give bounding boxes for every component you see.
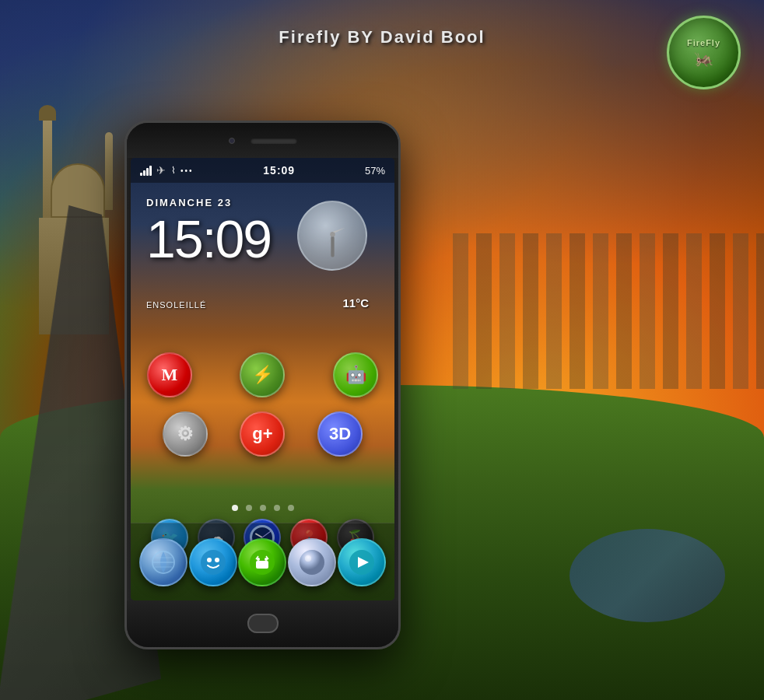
page-dot-5[interactable] xyxy=(288,505,294,511)
speaker-grille xyxy=(251,138,297,144)
svg-point-6 xyxy=(201,550,226,575)
firefly-label: FireFly xyxy=(687,38,720,47)
wings-icon: ✈ xyxy=(156,164,166,177)
status-battery: 57% xyxy=(365,165,385,177)
river xyxy=(569,529,725,622)
city-buildings xyxy=(453,233,764,389)
firefly-circle: FireFly 🦗 xyxy=(667,16,741,89)
page-dot-2[interactable] xyxy=(246,505,252,511)
play-icon xyxy=(347,548,377,577)
svg-rect-0 xyxy=(331,236,334,257)
widget-area: DIMANCHE 23 15:09 ENSOLEILLÉ 11°C xyxy=(142,189,383,345)
dock-android[interactable] xyxy=(238,538,286,586)
dock-bar xyxy=(131,523,394,600)
firefly-bug-icon: 🦗 xyxy=(694,49,713,68)
app-row-1: M ⚡ 🤖 xyxy=(146,352,379,397)
phone-screen: ✈ ⌇ ••• 15:09 57% DIMANCHE 23 15:09 xyxy=(131,158,394,600)
dock-pearl[interactable] xyxy=(288,538,336,586)
app-android-1[interactable]: 🤖 xyxy=(333,352,378,397)
app-gmail[interactable]: M xyxy=(147,352,192,397)
status-left: ✈ ⌇ ••• xyxy=(140,164,194,177)
signal-bar-3 xyxy=(146,168,149,176)
signal-bars xyxy=(140,165,152,176)
page-dot-1[interactable] xyxy=(232,505,238,511)
firefly-badge: FireFly 🦗 xyxy=(667,16,745,93)
android-icon xyxy=(247,548,277,577)
status-dots: ••• xyxy=(180,166,194,175)
wifi-icon: ⌇ xyxy=(171,165,176,176)
svg-rect-10 xyxy=(256,561,268,569)
app-3d[interactable]: 3D xyxy=(317,411,363,457)
app-battery[interactable]: ⚡ xyxy=(240,352,285,397)
face-icon xyxy=(198,548,228,577)
svg-point-8 xyxy=(215,558,219,562)
app-gplus[interactable]: g+ xyxy=(240,411,285,457)
phone-top xyxy=(127,123,398,158)
pearl-icon xyxy=(297,548,327,577)
minaret-right xyxy=(105,132,113,210)
signal-bar-2 xyxy=(143,170,145,176)
svg-point-16 xyxy=(305,555,311,562)
status-time: 15:09 xyxy=(263,164,295,177)
phone-bottom xyxy=(127,600,398,647)
weather-label: ENSOLEILLÉ xyxy=(146,300,206,310)
browser-icon xyxy=(149,548,177,576)
weather-widget xyxy=(297,201,375,278)
weather-temp: 11°C xyxy=(342,296,369,310)
phone-mockup: ✈ ⌇ ••• 15:09 57% DIMANCHE 23 15:09 xyxy=(124,121,401,649)
home-button[interactable] xyxy=(247,614,279,633)
dock-play[interactable] xyxy=(338,538,386,586)
page-dot-4[interactable] xyxy=(274,505,280,511)
city-right xyxy=(453,156,764,467)
dock-face[interactable] xyxy=(189,538,237,586)
app-row-2: ⚙ g+ 3D xyxy=(146,411,379,457)
camera-dot xyxy=(229,138,235,144)
svg-point-7 xyxy=(207,558,212,562)
svg-point-15 xyxy=(300,550,324,575)
signal-bar-4 xyxy=(149,166,152,176)
app-settings[interactable]: ⚙ xyxy=(163,411,208,457)
page-title: Firefly BY David Bool xyxy=(279,27,485,47)
status-bar: ✈ ⌇ ••• 15:09 57% xyxy=(131,158,394,183)
dock-browser[interactable] xyxy=(139,538,187,586)
page-dot-3[interactable] xyxy=(260,505,266,511)
svg-point-1 xyxy=(330,232,335,237)
signal-bar-1 xyxy=(140,173,142,176)
weather-circle xyxy=(297,201,367,271)
windmill-svg xyxy=(307,211,358,261)
page-dots xyxy=(131,505,394,511)
